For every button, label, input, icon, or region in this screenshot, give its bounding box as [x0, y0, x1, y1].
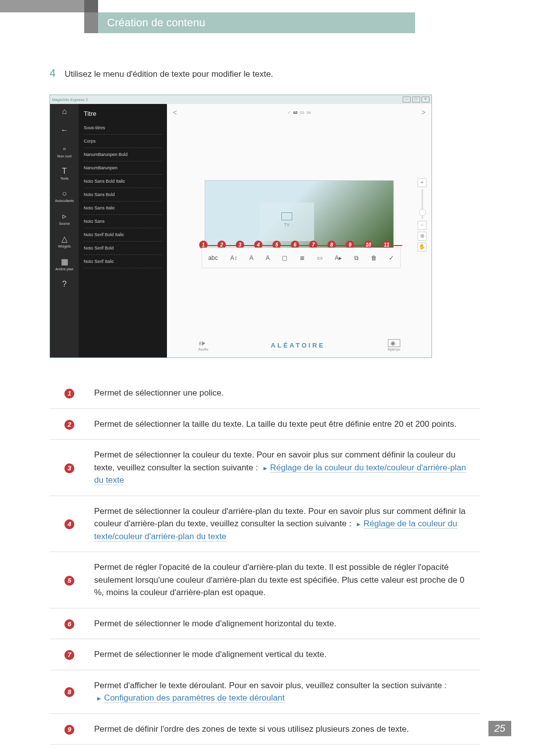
rail-icon: ○ — [50, 189, 79, 198]
zoom-minus-icon[interactable]: − — [418, 221, 427, 230]
hand-icon[interactable]: ✋ — [418, 243, 427, 252]
legend-number: 7 — [64, 650, 74, 660]
font-item[interactable]: Noto Serif Bold — [84, 242, 162, 255]
rail-item[interactable]: TTexte — [50, 167, 79, 180]
legend-text: Permet de sélectionner la couleur du tex… — [89, 440, 481, 496]
page-item[interactable]: 03 — [300, 110, 304, 115]
toolbar-button[interactable]: A — [266, 254, 269, 261]
zoom-track[interactable] — [422, 189, 423, 219]
rail-icon: ? — [50, 280, 79, 289]
minimize-icon[interactable]: — — [403, 97, 411, 102]
prev-page-icon[interactable]: < — [173, 108, 177, 116]
font-panel-title: Titre — [84, 108, 162, 121]
toolbar-button[interactable]: ≣ — [300, 254, 305, 261]
font-item[interactable]: Noto Sans Bold — [84, 188, 162, 202]
toolbar-button[interactable]: ▭ — [317, 254, 322, 261]
margin-block — [0, 0, 98, 12]
rail-icon: ▦ — [50, 257, 79, 266]
app-titlebar: MagicInfo Express 2 — ▢ ✕ — [50, 95, 431, 104]
rail-icon: ▫ — [50, 145, 79, 153]
legend-number: 3 — [64, 463, 74, 473]
rail-icon: ← — [50, 126, 79, 135]
doc-link[interactable]: Configuration des paramètres de texte dé… — [104, 693, 285, 703]
legend-number: 8 — [64, 687, 74, 697]
font-item[interactable]: Corps — [84, 135, 162, 148]
legend-text: Permet de sélectionner une police. — [89, 378, 481, 408]
text-toolbar: abcA↕AA▢≣▭A▸⧉🗑✓ — [202, 248, 401, 268]
rail-item[interactable]: △Widgets — [50, 234, 79, 248]
toolbar-button[interactable]: ▢ — [282, 254, 287, 261]
font-item[interactable]: NanumBarunpen Bold — [84, 148, 162, 161]
rail-icon: ⌂ — [50, 107, 79, 116]
page-item[interactable]: 04 — [307, 110, 311, 115]
arrow-icon: ► — [356, 521, 362, 528]
doc-link[interactable]: Réglage de la couleur du texte/couleur d… — [94, 519, 457, 542]
rail-item[interactable]: ▹Source — [50, 211, 79, 225]
legend-text: Permet de sélectionner la couleur d'arri… — [89, 496, 481, 552]
maximize-icon[interactable]: ▢ — [412, 97, 420, 102]
toolbar-button[interactable]: 🗑 — [371, 254, 377, 261]
step-row: 4 Utilisez le menu d'édition de texte po… — [50, 67, 481, 80]
zoom-fit-icon[interactable]: ⊕ — [418, 232, 427, 241]
preview-label: Aperçu — [388, 347, 400, 352]
zoom-thumb[interactable] — [419, 209, 426, 216]
tv-icon — [281, 212, 292, 220]
audio-section[interactable]: 🕪 Audio — [198, 339, 208, 352]
doc-link[interactable]: Réglage de la couleur du texte/couleur d… — [94, 463, 466, 486]
rail-item[interactable]: ? — [50, 280, 79, 290]
toolbar-button[interactable]: A — [250, 254, 254, 261]
icon-rail: ⌂←▫Mon contTTexte○Autocollants▹Source△Wi… — [50, 104, 79, 357]
rail-item[interactable]: ▦Arrière-plan — [50, 257, 79, 271]
canvas: < ✓ 02 03 04 > TV Healthy Breakfast — [167, 104, 431, 357]
legend-number: 9 — [64, 725, 74, 735]
preview-section[interactable]: ◉ Aperçu — [388, 339, 400, 352]
random-button[interactable]: ALÉATOIRE — [271, 342, 325, 349]
font-item[interactable]: NanumBarunpen — [84, 161, 162, 175]
step-number: 4 — [50, 67, 62, 80]
window-controls: — ▢ ✕ — [402, 97, 429, 102]
rail-item[interactable]: ⌂ — [50, 107, 79, 117]
toolbar-button[interactable]: abc — [208, 254, 217, 261]
close-icon[interactable]: ✕ — [422, 97, 429, 102]
font-item[interactable]: Noto Serif Italic — [84, 255, 162, 268]
zoom-add-icon[interactable]: + — [418, 178, 427, 187]
app-screenshot: MagicInfo Express 2 — ▢ ✕ ⌂←▫Mon contTTe… — [50, 95, 432, 358]
margin-corner-bottom — [84, 12, 98, 33]
font-panel: Titre Sous-titresCorpsNanumBarunpen Bold… — [79, 104, 167, 357]
legend-text: Permet de sélectionner le mode d'alignem… — [89, 639, 481, 670]
toolbar-button[interactable]: ✓ — [389, 254, 394, 261]
page-numbers: ✓ 02 03 04 — [287, 110, 311, 115]
eye-icon: ◉ — [388, 339, 400, 347]
toolbar-button[interactable]: ⧉ — [354, 254, 359, 261]
tv-label: TV — [284, 222, 290, 227]
page-number: 25 — [488, 721, 511, 736]
legend-table: 1Permet de sélectionner une police.2Perm… — [50, 378, 481, 745]
step-text: Utilisez le menu d'édition de texte pour… — [64, 69, 273, 79]
canvas-bottom-bar: 🕪 Audio ALÉATOIRE ◉ Aperçu — [167, 339, 431, 352]
rail-item[interactable]: ← — [50, 126, 79, 136]
font-item[interactable]: Sous-titres — [84, 121, 162, 135]
legend-text: Permet d'afficher le texte déroulant. Po… — [89, 670, 481, 713]
rail-item[interactable]: ○Autocollants — [50, 189, 79, 202]
legend-text: Permet de régler l'opacité de la couleur… — [89, 552, 481, 608]
audio-icon: 🕪 — [198, 339, 208, 347]
legend-text: Permet de définir l'ordre des zones de t… — [89, 713, 481, 745]
font-item[interactable]: Noto Serif Bold Italic — [84, 228, 162, 242]
margin-corner-top — [84, 0, 98, 12]
legend-text: Permet de sélectionner la taille du text… — [89, 408, 481, 440]
tv-overlay[interactable]: TV — [260, 202, 314, 241]
zoom-control: + − ⊕ ✋ — [418, 178, 427, 252]
rail-icon: ▹ — [50, 211, 79, 221]
arrow-icon: ► — [96, 695, 102, 702]
app-title: MagicInfo Express 2 — [52, 98, 88, 102]
page-active[interactable]: 02 — [293, 110, 298, 115]
font-item[interactable]: Noto Sans Italic — [84, 202, 162, 215]
font-item[interactable]: Noto Sans Bold Italic — [84, 175, 162, 188]
next-page-icon[interactable]: > — [422, 108, 426, 116]
rail-item[interactable]: ▫Mon cont — [50, 145, 79, 158]
toolbar-button[interactable]: A↕ — [230, 254, 237, 261]
toolbar-button[interactable]: A▸ — [335, 254, 342, 261]
rail-icon: △ — [50, 234, 79, 244]
legend-number: 6 — [64, 619, 74, 629]
font-item[interactable]: Noto Sans — [84, 215, 162, 228]
